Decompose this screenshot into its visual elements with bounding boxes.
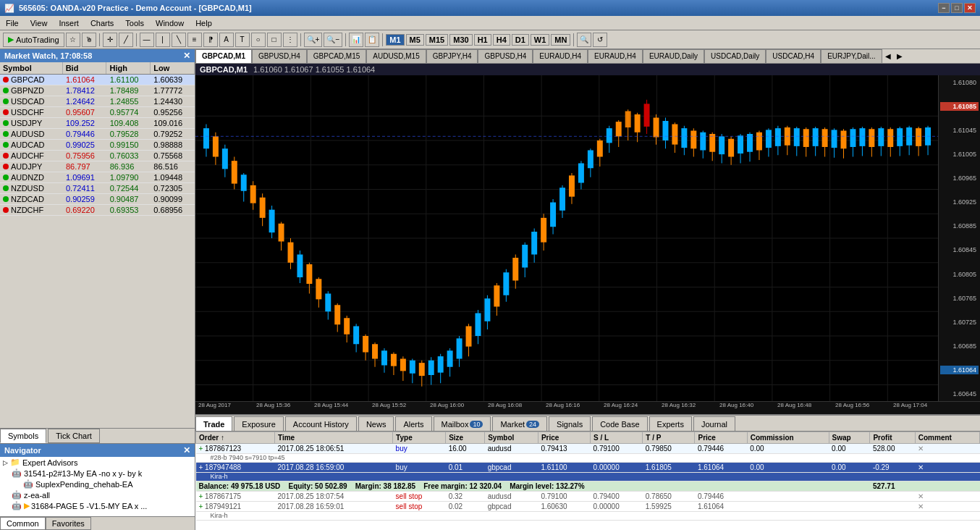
tab-news[interactable]: News [358, 416, 394, 431]
mw-row-gbpcad[interactable]: GBPCAD 1.61064 1.61100 1.60639 [0, 75, 195, 85]
close-button[interactable]: ✕ [964, 3, 976, 13]
tab-account-history[interactable]: Account History [285, 416, 357, 431]
toolbar-vline[interactable]: | [156, 33, 170, 47]
toolbar-line[interactable]: ╱ [119, 33, 133, 47]
menu-insert[interactable]: Insert [53, 17, 85, 29]
chart-tab-euraud-h4-2[interactable]: EURAUD,H4 [588, 49, 643, 64]
chart-tab-euraud-d[interactable]: EURAUD,Daily [643, 49, 704, 64]
mw-row-nzdchf[interactable]: NZDCHF 0.69220 0.69353 0.68956 [0, 205, 195, 216]
mw-row-audcad[interactable]: AUDCAD 0.99025 0.99150 0.98888 [0, 140, 195, 151]
menu-window[interactable]: Window [150, 17, 190, 29]
mw-row-nzdusd[interactable]: NZDUSD 0.72411 0.72544 0.72305 [0, 183, 195, 194]
chart-tab-usdcad-d[interactable]: USDCAD,Daily [704, 49, 766, 64]
toolbar-text[interactable]: A [219, 33, 234, 47]
mw-row-audjpy[interactable]: AUDJPY 86.797 86.936 86.516 [0, 161, 195, 172]
timeframe-h1[interactable]: H1 [474, 34, 491, 46]
toolbar-zoom-in[interactable]: 🔍+ [304, 33, 323, 47]
timeframe-m30[interactable]: M30 [449, 34, 472, 46]
toolbar-rect[interactable]: □ [267, 33, 282, 47]
mw-row-usdchf[interactable]: USDCHF 0.95607 0.95774 0.95256 [0, 107, 195, 118]
mw-tab-tick[interactable]: Tick Chart [48, 429, 100, 443]
order-close-x[interactable]: ✕ [915, 444, 979, 454]
tab-signals[interactable]: Signals [549, 416, 591, 431]
mw-row-audchf[interactable]: AUDCHF 0.75956 0.76033 0.75568 [0, 151, 195, 161]
chart-tab-gbpusd-h4[interactable]: GBPUSD,H4 [252, 49, 307, 64]
maximize-button[interactable]: □ [951, 3, 963, 13]
navigator-close[interactable]: ✕ [183, 445, 190, 455]
chart-tab-gbpcad-m15[interactable]: GBPCAD,M15 [307, 49, 366, 64]
pending-row-187949121[interactable]: + 187949121 2017.08.28 16:59:01 sell sto… [196, 502, 980, 512]
chart-tabs-next[interactable]: ▶ [894, 52, 905, 60]
toolbar-ellipse[interactable]: ○ [251, 33, 266, 47]
tab-alerts[interactable]: Alerts [395, 416, 431, 431]
nav-ea-1[interactable]: 🤖 31541-p2#13-My EA -no x y- by k [0, 468, 195, 479]
menu-view[interactable]: View [25, 17, 54, 29]
chart-body[interactable]: 1.61080 1.61085 1.61045 1.61005 1.60965 … [195, 75, 980, 401]
toolbar-indicators[interactable]: 📊 [349, 33, 363, 47]
timeframe-mn[interactable]: MN [551, 34, 570, 46]
tab-code-base[interactable]: Code Base [592, 416, 647, 431]
toolbar-channel[interactable]: ≡ [187, 33, 202, 47]
toolbar-templates[interactable]: 📋 [365, 33, 379, 47]
pending-close-1[interactable]: ✕ [915, 492, 979, 502]
order-row-187947488[interactable]: + 187947488 2017.08.28 16:59:00 buy 0.01… [196, 463, 980, 473]
menu-tools[interactable]: Tools [119, 17, 150, 29]
navigator-body[interactable]: ▷ 📁 Expert Advisors 🤖 31541-p2#13-My EA … [0, 457, 195, 516]
tab-exposure[interactable]: Exposure [234, 416, 283, 431]
market-watch-close[interactable]: ✕ [183, 51, 190, 61]
mw-row-usdcad[interactable]: USDCAD 1.24642 1.24855 1.24430 [0, 96, 195, 107]
minimize-button[interactable]: − [938, 3, 950, 13]
tab-journal[interactable]: Journal [693, 416, 735, 431]
nav-ea-2[interactable]: 🤖 SuplexPending_chehab-EA [0, 479, 195, 489]
pending-row-187867175[interactable]: + 187867175 2017.08.25 18:07:54 sell sto… [196, 492, 980, 502]
toolbar-star[interactable]: ☆ [66, 33, 80, 47]
mw-row-nzdcad[interactable]: NZDCAD 0.90259 0.90487 0.90099 [0, 194, 195, 205]
chart-tab-audusd-m15[interactable]: AUDUSD,M15 [366, 49, 426, 64]
timeframe-m1[interactable]: M1 [386, 34, 404, 46]
menu-file[interactable]: File [0, 17, 25, 29]
nav-expert-advisors[interactable]: ▷ 📁 Expert Advisors [0, 457, 195, 468]
autotrading-button[interactable]: ▶ AutoTrading [3, 33, 64, 47]
nav-tab-common[interactable]: Common [0, 517, 46, 530]
mw-row-gbpnzd[interactable]: GBPNZD 1.78412 1.78489 1.77772 [0, 85, 195, 96]
toolbar-cursor[interactable]: 🖱 [82, 33, 96, 47]
toolbar-refresh[interactable]: ↺ [593, 33, 607, 47]
nav-ea-4[interactable]: 🤖 ▶ 31684-PAGE 5 -V1.5-MY EA x ... [0, 500, 195, 511]
price-1.60645: 1.60645 [940, 390, 979, 398]
pending-close-2[interactable]: ✕ [915, 502, 979, 512]
order-close-x-2[interactable]: ✕ [915, 463, 979, 473]
toolbar-crosshair[interactable]: ✛ [103, 33, 117, 47]
nav-tab-favorites[interactable]: Favorites [46, 517, 91, 530]
tab-mailbox[interactable]: Mailbox10 [434, 416, 491, 431]
chart-tab-gbpusd-h4-2[interactable]: GBPUSD,H4 [478, 49, 533, 64]
timeframe-m15[interactable]: M15 [426, 34, 448, 46]
chart-tab-gbpcad-m1[interactable]: GBPCAD,M1 [195, 49, 252, 64]
toolbar-fib[interactable]: ⁋ [203, 33, 218, 47]
timeframe-d1[interactable]: D1 [512, 34, 529, 46]
menu-help[interactable]: Help [190, 17, 218, 29]
chart-tabs-prev[interactable]: ◀ [882, 52, 894, 60]
toolbar-label[interactable]: T [235, 33, 250, 47]
chart-tab-euraud-h4[interactable]: EURAUD,H4 [533, 49, 588, 64]
toolbar-zoom-out[interactable]: 🔍− [324, 33, 342, 47]
chart-tab-gbpjpy-h4[interactable]: GBPJPY,H4 [426, 49, 478, 64]
mw-row-audnzd[interactable]: AUDNZD 1.09691 1.09790 1.09448 [0, 172, 195, 183]
mw-row-usdjpy[interactable]: USDJPY 109.252 109.408 109.016 [0, 118, 195, 129]
toolbar-search[interactable]: 🔍 [577, 33, 591, 47]
order-row-187867123[interactable]: + 187867123 2017.08.25 18:06:51 buy 16.0… [196, 444, 980, 454]
tab-trade[interactable]: Trade [195, 416, 232, 431]
tab-experts[interactable]: Experts [649, 416, 692, 431]
menu-charts[interactable]: Charts [85, 17, 119, 29]
chart-tab-usdcad-h4[interactable]: USDCAD,H4 [766, 49, 821, 64]
toolbar-more[interactable]: ⋮ [283, 33, 297, 47]
tab-market[interactable]: Market24 [492, 416, 547, 431]
nav-ea-3[interactable]: 🤖 z-ea-all [0, 489, 195, 500]
mw-tab-symbols[interactable]: Symbols [0, 429, 46, 443]
timeframe-w1[interactable]: W1 [531, 34, 550, 46]
toolbar-hline[interactable]: — [140, 33, 154, 47]
timeframe-m5[interactable]: M5 [406, 34, 424, 46]
chart-tab-eurjpy[interactable]: EURJPY,Dail... [821, 49, 882, 64]
timeframe-h4[interactable]: H4 [493, 34, 510, 46]
toolbar-trendline[interactable]: ╲ [172, 33, 186, 47]
mw-row-audusd[interactable]: AUDUSD 0.79446 0.79528 0.79252 [0, 129, 195, 140]
